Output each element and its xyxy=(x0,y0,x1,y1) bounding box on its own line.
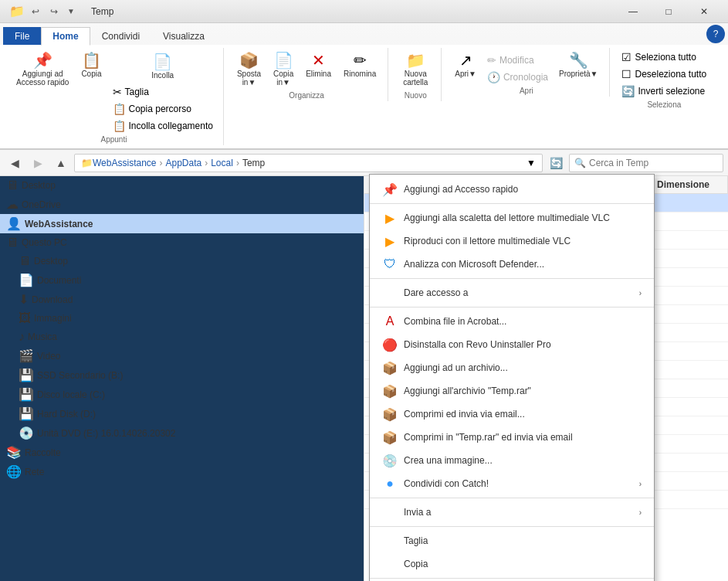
back-button[interactable]: ◀ xyxy=(5,153,25,173)
btn-apri[interactable]: ↗ Apri▼ xyxy=(449,49,482,81)
btn-incolla-collegamento[interactable]: 📋 Incolla collegamento xyxy=(109,118,217,134)
btn-nuova-cartella[interactable]: 📁 Nuovacartella xyxy=(396,49,435,90)
sidebar-item-video[interactable]: 🎬 Video xyxy=(0,346,364,365)
sidebar-item-onedrive[interactable]: ☁ OneDrive xyxy=(0,195,364,214)
search-input[interactable] xyxy=(589,158,718,168)
sidebar-item-documenti[interactable]: 📄 Documenti xyxy=(0,270,364,290)
folder-icon: 📁 xyxy=(9,4,25,19)
file-row[interactable]: 📁 msohtmlclip1 xyxy=(364,379,728,398)
sidebar-item-questopc[interactable]: 🖥 Questo PC xyxy=(0,233,364,252)
file-row[interactable]: 📁 ProStock xyxy=(364,472,728,491)
title-bar-left: 📁 ↩ ↪ ▼ Temp xyxy=(6,4,113,19)
forward-button[interactable]: ▶ xyxy=(28,153,48,173)
col-header-date[interactable]: Ultima modifica xyxy=(427,176,550,193)
file-row[interactable]: 📁 Diagnostics xyxy=(364,324,728,342)
btn-seleziona-tutto[interactable]: ☑ Seleziona tutto xyxy=(618,49,710,65)
address-folder-icon: 📁 xyxy=(81,158,93,168)
folder-icon: 📁 xyxy=(367,362,383,377)
btn-copia-percorso[interactable]: 📋 Copia percorso xyxy=(109,101,217,117)
help-button[interactable]: ? xyxy=(706,25,725,43)
sidebar-item-immagini[interactable]: 🖼 Immagini xyxy=(0,309,364,328)
btn-copia[interactable]: 📋 Copia xyxy=(76,49,107,81)
file-row[interactable]: 📁 NGL xyxy=(364,398,728,416)
file-row[interactable]: 📁 Adobe xyxy=(364,231,728,250)
apri-small-btns: ✏ Modifica 🕐 Cronologia xyxy=(483,49,552,85)
btn-sposta-in[interactable]: 📦 Spostain▼ xyxy=(232,49,266,90)
title-bar: 📁 ↩ ↪ ▼ Temp — □ ✕ xyxy=(0,0,728,23)
tab-visualizza[interactable]: Visualizza xyxy=(151,27,216,45)
ribbon-group-seleziona: ☑ Seleziona tutto ☐ Deseleziona tutto 🔄 … xyxy=(611,48,716,110)
btn-inverti-selezione[interactable]: 🔄 Inverti selezione xyxy=(618,83,710,99)
sidebar-item-desktop2[interactable]: 🖥 Desktop xyxy=(0,252,364,270)
maximize-button[interactable]: □ xyxy=(651,0,686,23)
btn-rinomina[interactable]: ✏ Rinomina xyxy=(338,49,381,81)
sidebar-item-musica[interactable]: ♪ Musica xyxy=(0,328,364,346)
tab-home[interactable]: Home xyxy=(41,27,90,46)
file-row[interactable]: 📁 cep_cache xyxy=(364,268,728,287)
address-dropdown[interactable]: ▼ xyxy=(527,158,536,168)
btn-incolla[interactable]: 📄 Incolla xyxy=(109,51,217,83)
file-row[interactable]: 📁 {26D64F37-D4C5-489C-9F9E-5A2B...} 07/1… xyxy=(364,194,728,212)
file-row[interactable]: 📁 CreativeCloud xyxy=(364,305,728,324)
btn-copia-in[interactable]: 📄 Copiain▼ xyxy=(268,49,299,90)
quick-redo[interactable]: ↪ xyxy=(46,4,62,19)
file-row[interactable]: 📁 msohtmlclip xyxy=(364,361,728,379)
folder-icon: 📁 xyxy=(367,381,383,396)
sidebar-item-disco[interactable]: 💾 Disco locale (C:) xyxy=(0,385,364,404)
copy-icon: 📋 xyxy=(82,53,101,68)
sidebar-item-unita[interactable]: 💿 Unità DVD (E:) 16.0.14026.20302 xyxy=(0,423,364,443)
address-bar[interactable]: 📁 WebAssistance › AppData › Local › Temp… xyxy=(74,154,543,172)
col-header-nome[interactable]: Nome xyxy=(364,176,427,193)
btn-deseleziona-tutto[interactable]: ☐ Deseleziona tutto xyxy=(618,66,710,82)
btn-aggiungi-accesso-rapido[interactable]: 📌 Aggiungi adAccesso rapido xyxy=(11,49,74,90)
sidebar-item-harddisk[interactable]: 💾 Hard Disk (D:) xyxy=(0,404,364,423)
collections-icon: 📚 xyxy=(6,445,22,460)
file-row[interactable]: 📁 PhotoCache xyxy=(364,416,728,435)
open-icon: ↗ xyxy=(459,53,472,68)
file-list-container: Nome Ultima modifica Tipo Dimensione 📁 {… xyxy=(364,176,728,581)
desktop2-icon: 🖥 xyxy=(19,254,31,268)
file-row[interactable]: 📁 chrome_BITS_3808_385276298 xyxy=(364,287,728,305)
network-icon: 🌐 xyxy=(6,464,22,479)
sidebar-item-raccolte[interactable]: 📚 Raccolte xyxy=(0,443,364,462)
computer-icon: 🖥 xyxy=(6,236,19,250)
download-icon: ⬇ xyxy=(19,292,29,307)
file-row[interactable]: 📁 PhotoshopCrashes xyxy=(364,435,728,454)
paste-link-icon: 📋 xyxy=(113,120,126,132)
btn-elimina[interactable]: ✕ Elimina xyxy=(300,49,337,81)
music-icon: ♪ xyxy=(19,330,25,344)
file-row[interactable]: 📁 Acrobat Distiller DC xyxy=(364,212,728,231)
up-button[interactable]: ▲ xyxy=(51,153,71,173)
btn-cronologia[interactable]: 🕐 Cronologia xyxy=(483,70,552,85)
sidebar-item-desktop[interactable]: 🖥 Desktop xyxy=(0,176,364,195)
quick-undo[interactable]: ↩ xyxy=(28,4,43,19)
close-button[interactable]: ✕ xyxy=(686,0,722,23)
user-icon: 👤 xyxy=(6,216,22,231)
refresh-button[interactable]: 🔄 xyxy=(546,153,566,173)
file-row[interactable]: 📁 ProBrowser xyxy=(364,454,728,472)
minimize-button[interactable]: — xyxy=(615,0,651,23)
btn-modifica[interactable]: ✏ Modifica xyxy=(483,53,552,68)
quick-dropdown[interactable]: ▼ xyxy=(65,4,77,19)
ribbon-apri-buttons: ↗ Apri▼ ✏ Modifica 🕐 Cronologia 🔧 Propri xyxy=(449,49,603,85)
sidebar-item-webassistance[interactable]: 👤 WebAssistance xyxy=(0,214,364,233)
btn-proprieta[interactable]: 🔧 Proprietà▼ xyxy=(554,49,603,81)
col-header-type[interactable]: Tipo xyxy=(550,176,651,193)
folder-icon: 📁 xyxy=(367,474,383,488)
sidebar-item-download[interactable]: ⬇ Download xyxy=(0,290,364,309)
file-row[interactable]: 📁 Capsule xyxy=(364,250,728,268)
file-row[interactable]: 📁 MicroThemePackDir xyxy=(364,342,728,361)
ribbon-organizza-buttons: 📦 Spostain▼ 📄 Copiain▼ ✕ Elimina ✏ Rinom… xyxy=(232,49,381,90)
btn-taglia[interactable]: ✂ Taglia xyxy=(109,84,217,100)
col-header-size[interactable]: Dimensione xyxy=(651,176,728,193)
tab-condividi[interactable]: Condividi xyxy=(90,27,151,45)
sidebar: 🖥 Desktop ☁ OneDrive 👤 WebAssistance 🖥 Q… xyxy=(0,176,364,581)
deselect-icon: ☐ xyxy=(621,68,631,80)
group-label-seleziona: Seleziona xyxy=(647,100,681,109)
sidebar-item-ssd[interactable]: 💾 SSD Secondario (B:) xyxy=(0,365,364,385)
properties-icon: 🔧 xyxy=(569,53,588,68)
title-bar-controls: — □ ✕ xyxy=(615,0,722,23)
tab-file[interactable]: File xyxy=(3,27,41,45)
sidebar-item-rete[interactable]: 🌐 Rete xyxy=(0,462,364,481)
file-row[interactable]: 📁 skyeTemp xyxy=(364,491,728,509)
